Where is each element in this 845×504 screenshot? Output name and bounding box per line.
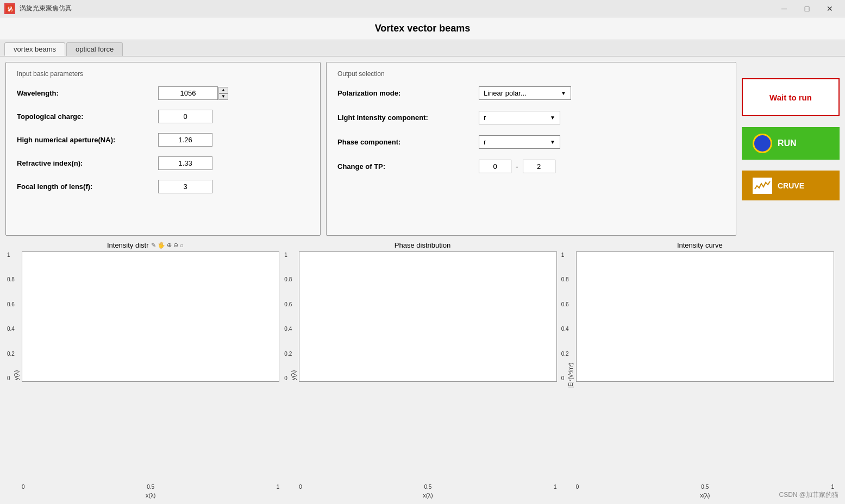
tp-label: Change of TP:: [337, 162, 479, 171]
tab-optical-force[interactable]: optical force: [66, 42, 123, 56]
tp-dash: -: [516, 162, 518, 171]
polarization-arrow-icon: ▼: [561, 90, 566, 96]
na-row: High numerical aperture(NA):: [17, 133, 309, 147]
phase-dist-x-axis: 0 0.5 1: [299, 483, 556, 491]
window-title: 涡旋光束聚焦仿真: [20, 4, 773, 13]
intensity-dist-chart: Intensity distr ✎ 🖐 ⊕ ⊖ ⌂ y(λ) 0 0.2: [11, 241, 279, 499]
intensity-dist-inner: 0 0.2 0.4 0.6 0.8 1 0 0.: [22, 251, 279, 499]
run-icon: [753, 134, 772, 153]
title-bar: 涡 涡旋光束聚焦仿真 ─ □ ✕: [0, 0, 845, 17]
output-panel: Output selection Polarization mode: Line…: [326, 62, 736, 236]
wavelength-label: Wavelength:: [17, 89, 158, 97]
wavelength-spinner: ▲ ▼: [158, 86, 228, 100]
phase-row: Phase component: r ▼: [337, 135, 725, 149]
close-button[interactable]: ✕: [819, 2, 841, 15]
intensity-dist-plot: 0 0.2 0.4 0.6 0.8 1: [22, 251, 279, 382]
refr-input[interactable]: [158, 156, 212, 170]
intensity-dropdown[interactable]: r ▼: [479, 111, 560, 124]
topological-input[interactable]: [158, 110, 212, 123]
intensity-curve-inner: 0 0.2 0.4 0.6 0.8 1 0 0.: [576, 251, 834, 499]
intensity-curve-chart: Intensity curve |E|²(V²/m²) 0 0.2 0.4: [566, 241, 834, 499]
cruve-button[interactable]: CRUVE: [742, 171, 840, 200]
wavelength-up-btn[interactable]: ▲: [218, 87, 228, 93]
wavelength-row: Wavelength: ▲ ▼: [17, 86, 309, 100]
run-label: RUN: [778, 138, 797, 148]
app-title: Vortex vector beams: [0, 17, 845, 40]
tp-from-input[interactable]: [479, 160, 511, 173]
phase-dist-wrap: y(λ) 0 0.2 0.4 0.6 0.8 1: [288, 251, 556, 499]
phase-dist-chart: Phase distribution y(λ) 0 0.2 0.4 0.6: [288, 241, 556, 499]
main-window: 涡 涡旋光束聚焦仿真 ─ □ ✕ Vortex vector beams vor…: [0, 0, 845, 504]
wavelength-spinner-btns: ▲ ▼: [218, 87, 228, 100]
tp-to-input[interactable]: [523, 160, 555, 173]
run-button[interactable]: RUN: [742, 127, 840, 160]
svg-text:涡: 涡: [8, 7, 12, 12]
intensity-dist-x-axis: 0 0.5 1: [22, 483, 279, 491]
phase-dist-x-label: x(λ): [299, 492, 556, 499]
topological-row: Topological charge:: [17, 110, 309, 123]
intensity-dist-x-label: x(λ): [22, 492, 279, 499]
topological-label: Topological charge:: [17, 112, 158, 121]
intensity-arrow-icon: ▼: [550, 115, 555, 121]
phase-dist-y-ticks: 0 0.2 0.4 0.6 0.8 1: [284, 252, 292, 381]
cruve-icon: [753, 178, 772, 194]
tabs-bar: vortex beams optical force: [0, 40, 845, 56]
phase-label: Phase component:: [337, 138, 479, 146]
cruve-label: CRUVE: [778, 181, 804, 190]
focal-label: Focal length of lens(f):: [17, 182, 158, 191]
intensity-curve-title: Intensity curve: [677, 241, 723, 249]
bottom-section: Intensity distr ✎ 🖐 ⊕ ⊖ ⌂ y(λ) 0 0.2: [5, 241, 840, 499]
polarization-value: Linear polar...: [484, 89, 527, 97]
polarization-dropdown[interactable]: Linear polar... ▼: [479, 86, 571, 100]
focal-input[interactable]: [158, 180, 212, 193]
tab-vortex-beams[interactable]: vortex beams: [4, 42, 65, 56]
wavelength-down-btn[interactable]: ▼: [218, 93, 228, 100]
polarization-row: Polarization mode: Linear polar... ▼: [337, 86, 725, 100]
output-panel-title: Output selection: [337, 70, 725, 78]
phase-arrow-icon: ▼: [550, 139, 555, 145]
intensity-row: Light intensity component: r ▼: [337, 111, 725, 124]
wavelength-input[interactable]: [158, 86, 218, 100]
intensity-label: Light intensity component:: [337, 114, 479, 122]
phase-value: r: [484, 138, 486, 146]
top-section: Input basic parameters Wavelength: ▲ ▼ T…: [5, 62, 840, 236]
chart-icons[interactable]: ✎ 🖐 ⊕ ⊖ ⌂: [151, 242, 184, 249]
na-label: High numerical aperture(NA):: [17, 136, 158, 144]
focal-row: Focal length of lens(f):: [17, 180, 309, 193]
phase-dist-inner: 0 0.2 0.4 0.6 0.8 1 0 0.: [299, 251, 556, 499]
intensity-curve-plot: 0 0.2 0.4 0.6 0.8 1: [576, 251, 834, 382]
polarization-label: Polarization mode:: [337, 89, 479, 97]
input-panel: Input basic parameters Wavelength: ▲ ▼ T…: [5, 62, 321, 236]
phase-dropdown[interactable]: r ▼: [479, 135, 560, 149]
watermark: CSDN @加菲家的猫: [779, 490, 838, 500]
phase-dist-title: Phase distribution: [395, 241, 450, 249]
minimize-button[interactable]: ─: [773, 2, 795, 15]
refr-label: Refractive index(n):: [17, 159, 158, 167]
intensity-dist-y-ticks: 0 0.2 0.4 0.6 0.8 1: [7, 252, 15, 381]
intensity-dist-wrap: y(λ) 0 0.2 0.4 0.6 0.8: [11, 251, 279, 499]
intensity-value: r: [484, 114, 486, 122]
intensity-curve-y-ticks: 0 0.2 0.4 0.6 0.8 1: [561, 252, 569, 381]
main-content: Input basic parameters Wavelength: ▲ ▼ T…: [0, 56, 845, 504]
refr-row: Refractive index(n):: [17, 156, 309, 170]
phase-dist-plot: 0 0.2 0.4 0.6 0.8 1: [299, 251, 556, 382]
right-buttons: Wait to run RUN CRUVE: [742, 62, 840, 200]
na-input[interactable]: [158, 133, 212, 147]
tp-row: Change of TP: -: [337, 160, 725, 173]
intensity-dist-title: Intensity distr ✎ 🖐 ⊕ ⊖ ⌂: [107, 241, 183, 249]
window-controls: ─ □ ✕: [773, 2, 841, 15]
maximize-button[interactable]: □: [796, 2, 818, 15]
input-panel-title: Input basic parameters: [17, 70, 309, 78]
wait-to-run-button[interactable]: Wait to run: [742, 78, 840, 116]
intensity-curve-x-axis: 0 0.5 1: [576, 483, 834, 491]
intensity-curve-wrap: |E|²(V²/m²) 0 0.2 0.4 0.6 0.8: [566, 251, 834, 499]
app-icon: 涡: [4, 3, 15, 14]
